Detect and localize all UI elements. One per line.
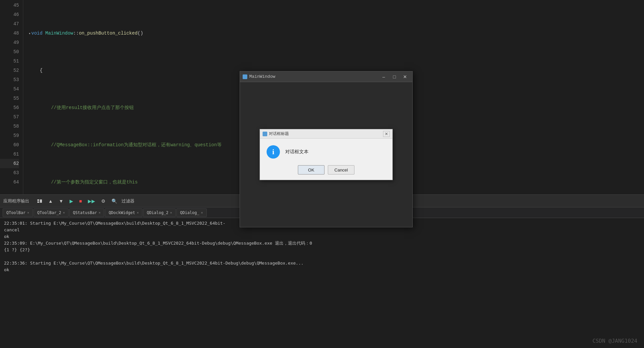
msgbox-buttons: OK Cancel	[260, 162, 392, 180]
tab-qstatusbar[interactable]: QStatusBar ✕	[69, 208, 104, 217]
line-num-53: 53	[0, 75, 19, 84]
line-num-58: 58	[0, 122, 19, 131]
tab-qdialog2-label: QDialog_2	[147, 210, 168, 215]
watermark: CSDN @JANG1024	[592, 338, 637, 344]
tab-qdockwidget-label: QDockWidget	[108, 210, 135, 215]
line-num-55: 55	[0, 94, 19, 103]
tab-qtoolbar[interactable]: QToolBar ✕	[3, 208, 33, 217]
output-line-8: ok	[4, 267, 640, 273]
filter-label: 过滤器	[121, 198, 134, 204]
mw-controls: – □ ✕	[379, 73, 410, 80]
mw-minimize-button[interactable]: –	[379, 73, 388, 80]
tab-qtoolbar-close[interactable]: ✕	[27, 211, 29, 214]
line-num-51: 51	[0, 57, 19, 66]
msgbox-title-left: 对话框标题	[263, 131, 289, 137]
output-line-6	[4, 253, 640, 260]
line-num-64: 64	[0, 177, 19, 187]
toolbar-btn-run[interactable]: ▶	[68, 198, 75, 204]
line-num-62: 62	[0, 159, 19, 168]
main-window: MainWindow – □ ✕ 对话框标题 ✕ i 对话框文本 OK C	[240, 71, 413, 227]
line-num-52: 52	[0, 66, 19, 75]
msgbox-titlebar: 对话框标题 ✕	[260, 129, 392, 139]
msgbox-icon-sm	[263, 132, 267, 136]
msgbox-cancel-button[interactable]: Cancel	[328, 165, 354, 174]
toolbar-btn-group[interactable]	[35, 198, 44, 204]
line-num-48: 48	[0, 29, 19, 38]
mw-title-left: MainWindow	[243, 74, 275, 79]
line-num-46: 46	[0, 10, 19, 19]
line-num-50: 50	[0, 47, 19, 57]
line-num-45: 45	[0, 1, 19, 10]
output-line-5: {1 ?} {2?}	[4, 247, 640, 253]
svg-rect-1	[37, 201, 39, 203]
line-num-49: 49	[0, 38, 19, 47]
msgbox-dialog: 对话框标题 ✕ i 对话框文本 OK Cancel	[260, 129, 393, 180]
line-num-54: 54	[0, 84, 19, 94]
line-num-63: 63	[0, 168, 19, 177]
tab-qdialog[interactable]: QDialog_ ✕	[176, 208, 207, 217]
toolbar-btn-stop[interactable]: ■	[78, 198, 84, 204]
mw-titlebar: MainWindow – □ ✕	[240, 71, 412, 82]
tab-qtoolbar2-close[interactable]: ✕	[63, 211, 65, 214]
line-num-56: 56	[0, 103, 19, 112]
tab-qtoolbar2[interactable]: QToolBar_2 ✕	[34, 208, 69, 217]
output-line-3: ok	[4, 233, 640, 240]
toolbar-btn-debug-run[interactable]: ▶▶	[86, 198, 97, 204]
mw-title-text: MainWindow	[249, 74, 275, 79]
output-line-4: 22:35:09: E:\My_Course\QT\QMessageBox\bu…	[4, 240, 640, 247]
msgbox-message-text: 对话框文本	[285, 149, 309, 155]
line-num-61: 61	[0, 150, 19, 159]
mw-maximize-button[interactable]: □	[390, 73, 399, 80]
line-numbers: 45 46 47 48 49 50 51 52 53 54 55 56 57 5…	[0, 0, 23, 194]
msgbox-body: i 对话框文本	[260, 139, 392, 162]
toolbar-btn-settings[interactable]: ⚙	[100, 198, 107, 204]
mw-body: 对话框标题 ✕ i 对话框文本 OK Cancel	[240, 82, 412, 227]
toolbar-btn-down[interactable]: ▼	[57, 198, 65, 204]
toolbar-btn-up[interactable]: ▲	[47, 198, 55, 204]
code-line-45: ▾void MainWindow::on_pushButton_clicked(…	[29, 29, 644, 38]
svg-rect-0	[37, 199, 39, 201]
tab-qdockwidget-close[interactable]: ✕	[137, 211, 139, 214]
tab-qstatusbar-label: QStatusBar	[73, 210, 97, 215]
line-num-57: 57	[0, 112, 19, 122]
msgbox-title-text: 对话框标题	[269, 131, 289, 137]
output-title: 应用程序输出	[3, 198, 29, 204]
tab-qtoolbar-label: QToolBar	[6, 210, 26, 215]
tab-qstatusbar-close[interactable]: ✕	[99, 211, 101, 214]
mw-title-icon	[243, 74, 247, 79]
tab-qdialog-label: QDialog_	[180, 210, 199, 215]
tab-qdialog2-close[interactable]: ✕	[170, 211, 172, 214]
svg-rect-2	[40, 199, 42, 203]
output-line-2: cancel	[4, 227, 640, 233]
line-num-60: 60	[0, 140, 19, 150]
line-num-59: 59	[0, 131, 19, 140]
toolbar-btn-search[interactable]: 🔍	[110, 198, 119, 204]
msgbox-ok-button[interactable]: OK	[298, 165, 324, 174]
tab-qdialog-close[interactable]: ✕	[201, 211, 203, 214]
output-line-7: 22:35:36: Starting E:\My_Course\QT\QMess…	[4, 260, 640, 267]
tab-qtoolbar2-label: QToolBar_2	[37, 210, 61, 215]
tab-qdialog2[interactable]: QDialog_2 ✕	[143, 208, 176, 217]
line-num-47: 47	[0, 19, 19, 29]
msgbox-close-button[interactable]: ✕	[383, 131, 390, 137]
info-icon: i	[267, 145, 280, 159]
mw-close-button[interactable]: ✕	[400, 73, 410, 80]
tab-qdockwidget[interactable]: QDockWidget ✕	[105, 208, 142, 217]
